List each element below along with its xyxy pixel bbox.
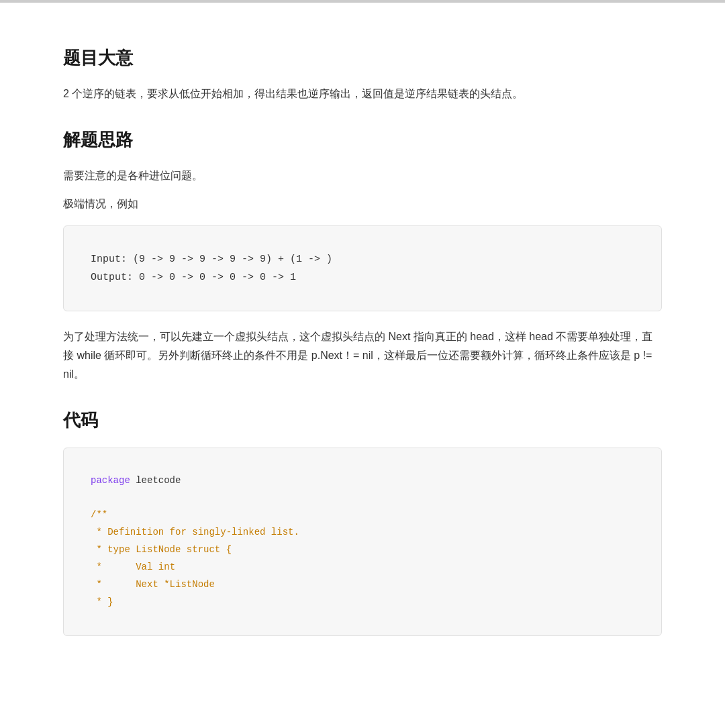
desc1: 2 个逆序的链表，要求从低位开始相加，得出结果也逆序输出，返回值是逆序结果链表的… — [63, 85, 662, 103]
heading-title1: 题目大意 — [63, 43, 662, 72]
example-block: Input: (9 -> 9 -> 9 -> 9 -> 9) + (1 -> )… — [63, 225, 662, 311]
comment-3: * type ListNode struct { — [91, 544, 232, 555]
desc2c: 为了处理方法统一，可以先建立一个虚拟头结点，这个虚拟头结点的 Next 指向真正… — [63, 327, 662, 384]
desc2a: 需要注意的是各种进位问题。 — [63, 166, 662, 185]
code-plain-1: leetcode — [130, 475, 181, 486]
section-title2: 解题思路 需要注意的是各种进位问题。 极端情况，例如 Input: (9 -> … — [63, 125, 662, 384]
heading-title3: 代码 — [63, 405, 662, 435]
section-title1: 题目大意 2 个逆序的链表，要求从低位开始相加，得出结果也逆序输出，返回值是逆序… — [63, 43, 662, 103]
section-title3: 代码 package leetcode /** * Definition for… — [63, 405, 662, 635]
content-wrapper: 题目大意 2 个逆序的链表，要求从低位开始相加，得出结果也逆序输出，返回值是逆序… — [27, 3, 698, 698]
comment-6: * } — [91, 596, 113, 607]
kw-package: package — [91, 475, 130, 486]
code-block: package leetcode /** * Definition for si… — [63, 448, 662, 636]
example-output: Output: 0 -> 0 -> 0 -> 0 -> 0 -> 1 — [91, 272, 296, 283]
comment-2: * Definition for singly-linked list. — [91, 527, 299, 537]
comment-4: * Val int — [91, 562, 175, 572]
heading-title2: 解题思路 — [63, 125, 662, 154]
example-input: Input: (9 -> 9 -> 9 -> 9 -> 9) + (1 -> ) — [91, 254, 332, 265]
desc2b: 极端情况，例如 — [63, 195, 662, 213]
comment-1: /** — [91, 509, 107, 520]
comment-5: * Next *ListNode — [91, 579, 215, 590]
